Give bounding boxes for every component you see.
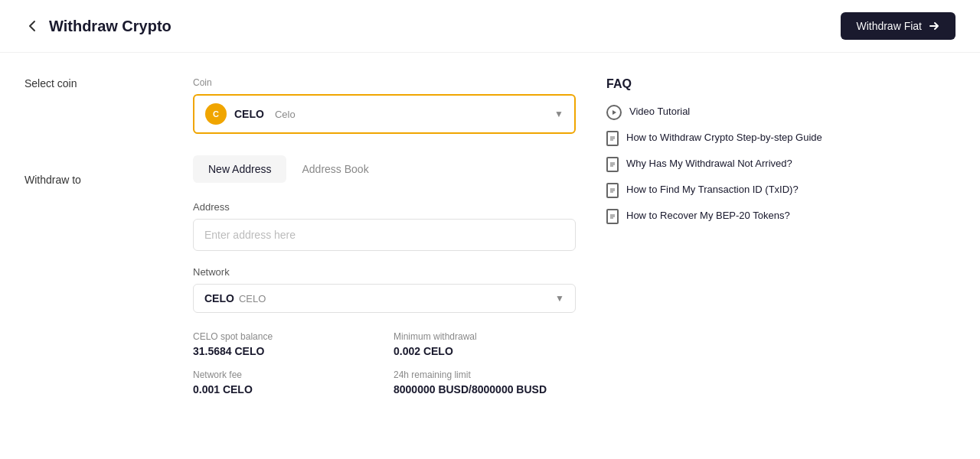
svg-marker-0 [612,110,616,115]
center-panel: Coin C CELO Celo ▼ New Address Address B… [193,77,576,396]
video-icon [606,105,622,120]
withdraw-fiat-button[interactable]: Withdraw Fiat [841,12,956,40]
faq-item[interactable]: How to Recover My BEP-20 Tokens? [606,209,956,224]
balance-info: CELO spot balance 31.5684 CELO [193,331,375,357]
coin-section: Coin C CELO Celo ▼ [193,77,576,134]
faq-panel: FAQ Video Tutorial How to Withdraw Crypt… [606,77,956,396]
network-select-left: CELO CELO [204,292,266,304]
coin-select-left: C CELO Celo [205,103,296,125]
network-select-dropdown[interactable]: CELO CELO ▼ [193,284,576,313]
coin-field-label: Coin [193,77,576,88]
main-content: Select coin Withdraw to Coin C CELO Celo… [0,53,980,420]
address-field-label: Address [193,201,576,213]
withdraw-to-label: Withdraw to [24,174,81,186]
back-button[interactable] [24,18,40,34]
limit-label: 24h remaining limit [394,369,576,380]
network-field-label: Network [193,266,576,278]
balance-value: 31.5684 CELO [193,345,375,357]
network-section: Network CELO CELO ▼ [193,266,576,313]
page-title: Withdraw Crypto [49,18,172,35]
faq-link[interactable]: How to Find My Transaction ID (TxID)? [626,183,799,197]
network-fee-value: 0.001 CELO [193,383,375,396]
tab-address-book[interactable]: Address Book [286,155,384,183]
network-fee-info: Network fee 0.001 CELO [193,369,375,396]
doc-icon [606,183,619,198]
faq-title: FAQ [606,77,956,91]
coin-icon: C [205,103,227,125]
tabs: New Address Address Book [193,155,576,183]
doc-icon [606,131,619,146]
left-panel: Select coin Withdraw to [24,77,162,396]
faq-item[interactable]: Why Has My Withdrawal Not Arrived? [606,157,956,172]
coin-select-dropdown[interactable]: C CELO Celo ▼ [193,94,576,134]
tab-new-address[interactable]: New Address [193,155,286,183]
address-section: Address [193,201,576,266]
network-symbol: CELO [204,292,234,304]
limit-value: 8000000 BUSD/8000000 BUSD [394,383,576,396]
faq-link[interactable]: How to Withdraw Crypto Step-by-step Guid… [626,131,822,145]
min-withdrawal-label: Minimum withdrawal [394,331,576,342]
faq-item[interactable]: Video Tutorial [606,105,956,120]
network-name: CELO [239,293,266,304]
faq-list: Video Tutorial How to Withdraw Crypto St… [606,105,956,224]
faq-item[interactable]: How to Withdraw Crypto Step-by-step Guid… [606,131,956,146]
address-input[interactable] [193,219,576,251]
min-withdrawal-value: 0.002 CELO [394,345,576,357]
faq-link[interactable]: Video Tutorial [629,105,690,119]
faq-link[interactable]: How to Recover My BEP-20 Tokens? [626,209,790,223]
limit-info: 24h remaining limit 8000000 BUSD/8000000… [394,369,576,396]
header-left: Withdraw Crypto [24,18,172,35]
coin-symbol: CELO [234,108,264,120]
doc-icon [606,209,619,224]
doc-icon [606,157,619,172]
network-fee-label: Network fee [193,369,375,380]
min-withdrawal-info: Minimum withdrawal 0.002 CELO [394,331,576,357]
select-coin-label: Select coin [24,77,77,90]
network-chevron-icon: ▼ [555,293,564,304]
header: Withdraw Crypto Withdraw Fiat [0,0,980,53]
info-grid: CELO spot balance 31.5684 CELO Minimum w… [193,331,576,396]
chevron-down-icon: ▼ [554,109,564,119]
coin-name: Celo [275,109,296,120]
faq-link[interactable]: Why Has My Withdrawal Not Arrived? [626,157,792,171]
faq-item[interactable]: How to Find My Transaction ID (TxID)? [606,183,956,198]
balance-label: CELO spot balance [193,331,375,342]
